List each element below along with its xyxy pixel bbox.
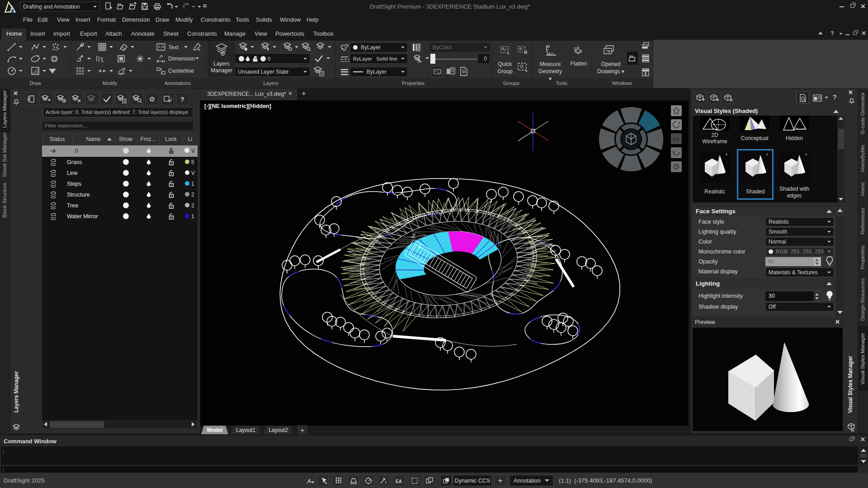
svg-text:⚙: ⚙ — [149, 95, 155, 103]
svg-text:*: * — [725, 152, 728, 159]
svg-text:1:1: 1:1 — [673, 137, 679, 141]
svg-text:EA: EA — [396, 479, 402, 484]
svg-text:A: A — [438, 71, 439, 74]
svg-text:?: ? — [180, 96, 184, 103]
svg-text:2D: 2D — [574, 47, 578, 50]
svg-text:*: * — [766, 152, 769, 159]
svg-text:A: A — [158, 45, 160, 49]
svg-text:A: A — [101, 60, 104, 63]
svg-text:!: ! — [385, 480, 387, 485]
svg-text:A: A — [120, 72, 123, 75]
svg-text:*: * — [805, 152, 807, 159]
svg-text:0: 0 — [268, 56, 270, 61]
